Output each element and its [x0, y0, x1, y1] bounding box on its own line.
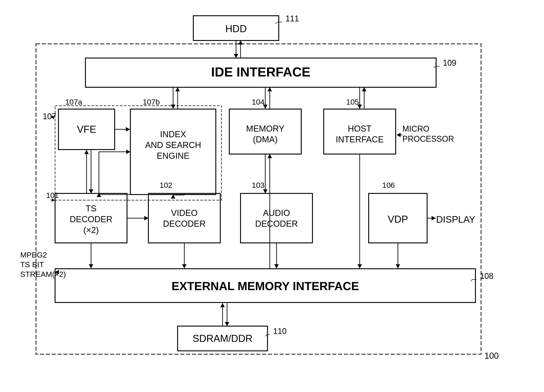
svg-marker-70: [182, 264, 187, 268]
label-110: 110: [273, 327, 287, 336]
mpeg2-label-3: STREAM(×2): [20, 270, 66, 279]
memory-label-1: MEMORY: [246, 124, 284, 133]
hdd-label: HDD: [225, 23, 247, 34]
label-105: 105: [346, 98, 359, 106]
ide-interface-label: IDE INTERFACE: [211, 65, 310, 79]
host-label-2: INTERFACE: [336, 135, 384, 144]
svg-marker-27: [357, 105, 362, 109]
ide-ref: 109: [443, 58, 456, 67]
index-label-1: INDEX: [160, 130, 186, 139]
memory-label-2: (DMA): [253, 135, 278, 144]
svg-marker-41: [432, 216, 436, 220]
svg-rect-37: [148, 193, 220, 243]
svg-marker-21: [397, 133, 401, 137]
video-label-2: DECODER: [163, 219, 206, 228]
svg-marker-48: [89, 189, 93, 193]
label-108: 108: [480, 272, 493, 281]
svg-marker-46: [84, 150, 89, 154]
index-label-2: AND SEARCH: [145, 140, 201, 150]
svg-marker-66: [225, 322, 229, 326]
video-label-1: VIDEO: [171, 208, 198, 218]
svg-marker-17: [126, 127, 130, 131]
svg-marker-25: [267, 87, 272, 91]
label-106: 106: [382, 181, 395, 189]
vdp-label: VDP: [388, 214, 408, 225]
ts-label-3: (×2): [83, 225, 99, 235]
svg-rect-0: [36, 44, 481, 354]
label-107: 107: [43, 112, 56, 121]
svg-marker-64: [220, 303, 225, 307]
svg-marker-7: [238, 41, 243, 45]
label-107a: 107a: [65, 98, 82, 106]
audio-label-1: AUDIO: [263, 208, 290, 218]
hdd-ref: 111: [285, 14, 299, 23]
diagram-container: 100 HDD 111 IDE INTERFACE 109 107 107a 1…: [13, 9, 531, 382]
svg-marker-74: [263, 189, 267, 193]
audio-label-2: DECODER: [255, 219, 298, 228]
svg-line-3: [275, 22, 278, 24]
mpeg2-label-1: MPEG2: [20, 250, 47, 259]
svg-marker-76: [267, 154, 272, 158]
label-104: 104: [252, 98, 265, 106]
svg-rect-11: [55, 106, 221, 200]
label-101: 101: [46, 191, 59, 200]
vfe-label: VFE: [77, 124, 96, 135]
svg-marker-23: [263, 105, 267, 109]
svg-marker-68: [89, 264, 93, 268]
label-103: 103: [252, 181, 265, 189]
svg-marker-29: [362, 87, 367, 91]
host-label-1: HOST: [348, 124, 372, 133]
index-label-3: ENGINE: [157, 151, 189, 160]
svg-marker-51: [126, 149, 130, 154]
svg-line-10: [434, 66, 435, 68]
svg-marker-72: [274, 264, 279, 268]
svg-marker-82: [144, 216, 148, 220]
svg-line-59: [471, 279, 472, 281]
svg-rect-38: [241, 193, 313, 243]
label-107b: 107b: [143, 98, 160, 106]
sdram-label: SDRAM/DDR: [193, 333, 252, 344]
svg-marker-5: [234, 54, 238, 58]
micro-processor-label-2: PROCESSOR: [402, 134, 454, 143]
micro-processor-label: MICRO: [402, 124, 429, 133]
display-label: DISPLAY: [436, 214, 475, 225]
svg-marker-80: [357, 264, 362, 268]
label-102: 102: [160, 181, 172, 189]
svg-marker-33: [175, 87, 180, 91]
ext-mem-label: EXTERNAL MEMORY INTERFACE: [171, 279, 359, 293]
svg-marker-31: [171, 105, 175, 109]
mpeg2-label-2: TS BIT: [20, 260, 44, 269]
label-100: 100: [485, 351, 499, 361]
ts-label-2: DECODER: [70, 214, 112, 224]
svg-line-62: [265, 335, 267, 336]
svg-marker-78: [396, 264, 400, 268]
ts-label-1: TS: [86, 204, 97, 213]
